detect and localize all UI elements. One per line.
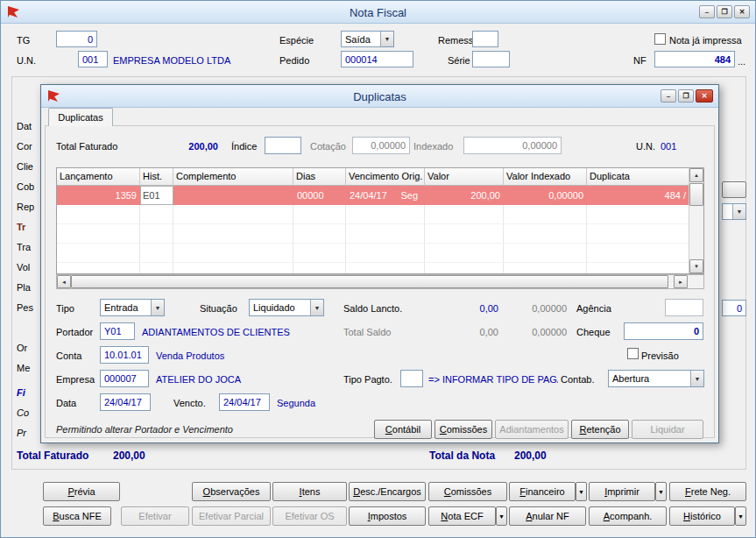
conta-field[interactable]: 10.01.01 [100,346,149,364]
minimize-icon[interactable]: – [661,89,676,103]
nota-ja-impressa-checkbox[interactable] [654,33,666,45]
close-icon[interactable]: ✕ [696,89,713,103]
horizontal-scrollbar[interactable]: ◄ ► [56,274,704,289]
contabil-button[interactable]: Contábil [374,420,432,439]
col-vencimento-orig[interactable]: Vencimento Orig. [346,168,425,186]
previsao-checkbox[interactable] [627,348,639,359]
maximize-icon[interactable]: ❐ [678,89,694,103]
cell-hist-editing[interactable]: E01 [140,186,173,205]
agencia-field[interactable] [665,299,703,316]
vencto-field[interactable]: 24/04/17 [219,393,270,411]
partial-combo-sliver[interactable]: ▼ [722,203,746,220]
scroll-right-icon[interactable]: ► [674,275,688,288]
nota-ecf-dropdown-icon[interactable]: ▼ [496,506,507,526]
imprimir-dropdown-icon[interactable]: ▼ [655,482,667,501]
col-complemento[interactable]: Complemento [173,168,293,186]
chevron-down-icon[interactable]: ▼ [732,204,745,219]
nota-fiscal-window: Nota Fiscal – ❐ ✕ TG 0 Espécie Saída ▼ R… [0,0,756,538]
situacao-label: Situação [200,303,237,315]
serie-field[interactable] [472,51,510,67]
partial-field-sliver[interactable]: 0 [722,300,746,316]
indice-field[interactable] [265,137,301,154]
nf-field[interactable]: 484 [654,51,735,67]
indexado-label: Indexado [413,141,453,152]
anular-nf-button[interactable]: Anular NF [509,506,586,526]
pedido-field[interactable]: 000014 [341,51,413,67]
total-saldo-label: Total Saldo [343,327,391,338]
chevron-down-icon[interactable]: ▼ [151,300,164,315]
portador-field[interactable]: Y01 [100,322,135,340]
nf-label: NF [633,55,646,67]
impostos-button[interactable]: Impostos [349,506,426,526]
indexado-field: 0,00000 [463,137,562,154]
empresa-field[interactable]: 000007 [100,370,149,387]
vencto-weekday: Segunda [277,398,315,409]
duplicatas-dialog: Duplicatas – ❐ ✕ Duplicatas Total Fatura… [40,84,719,443]
un-field[interactable]: 001 [78,51,108,67]
partial-button-sliver[interactable] [722,181,746,198]
data-field[interactable]: 24/04/17 [100,393,151,411]
portador-label: Portador [56,327,93,338]
clipped-label-data: Dat [17,121,40,131]
acompanh-button[interactable]: Acompanh. [589,506,667,526]
scroll-down-icon[interactable]: ▼ [689,259,703,273]
chevron-down-icon[interactable]: ▼ [310,300,323,315]
clipped-label: Cor [17,141,40,152]
desc-encargos-button[interactable]: Desc./Encargos [349,482,426,501]
table-row-empty[interactable] [57,244,689,263]
scrollbar-thumb[interactable] [689,183,703,206]
table-row-empty[interactable] [57,263,689,274]
col-hist[interactable]: Hist. [140,168,173,186]
pedido-label: Pedido [279,55,309,67]
nota-ecf-button[interactable]: Nota ECF [428,506,496,526]
financeiro-button[interactable]: Financeiro [509,482,576,501]
retencao-button[interactable]: Retenção [571,420,629,439]
tipo-select[interactable]: Entrada ▼ [100,299,165,316]
minimize-icon[interactable]: – [699,5,715,18]
frete-neg-button[interactable]: Frete Neg. [669,482,746,501]
itens-button[interactable]: Itens [272,482,347,501]
tipo-pagto-field[interactable] [400,370,423,387]
col-valor-indexado[interactable]: Valor Indexado [504,168,587,186]
dlg-comissoes-button[interactable]: Comissões [435,420,492,439]
tipo-pagto-label: Tipo Pagto. [343,374,392,386]
table-row-empty[interactable] [57,224,689,244]
financeiro-dropdown-icon[interactable]: ▼ [576,482,587,501]
previa-button[interactable]: Prévia [43,482,120,501]
tab-duplicatas[interactable]: Duplicatas [48,108,113,126]
historico-button[interactable]: Histórico [669,506,735,526]
contab-select[interactable]: Abertura ▼ [608,370,704,387]
busca-nfe-button[interactable]: Busca NFE [43,506,111,526]
situacao-select[interactable]: Liquidado ▼ [249,299,324,316]
table-row-selected[interactable]: 1359 E01 00000 24/04/17 Seg 200,00 0,000… [57,186,689,205]
imprimir-button[interactable]: Imprimir [589,482,655,501]
tg-field[interactable]: 0 [56,31,97,47]
chevron-down-icon[interactable]: ▼ [690,371,703,386]
col-valor[interactable]: Valor [425,168,504,186]
clipped-label-peso: Pes [17,302,40,313]
historico-dropdown-icon[interactable]: ▼ [735,506,746,526]
especie-select[interactable]: Saída ▼ [341,31,394,47]
remessa-field[interactable] [472,31,498,47]
scroll-left-icon[interactable]: ◄ [57,275,71,288]
col-lancamento[interactable]: Lançamento [57,168,140,186]
observacoes-button[interactable]: Observações [192,482,271,501]
dialog-title: Duplicatas [41,90,718,103]
scrollbar-thumb[interactable] [71,275,668,288]
cheque-field[interactable]: 0 [624,322,703,340]
vertical-scrollbar[interactable]: ▲ ▼ [689,168,703,273]
liquidar-button: Liquidar [632,420,703,439]
nf-browse-button[interactable]: ... [738,56,745,67]
clipped-label-cliente: Clie [17,161,40,172]
col-dias[interactable]: Dias [293,168,346,186]
chevron-down-icon[interactable]: ▼ [380,32,393,46]
scroll-up-icon[interactable]: ▲ [689,168,703,182]
maximize-icon[interactable]: ❐ [717,5,732,18]
table-row-empty[interactable] [57,205,689,224]
comissoes-button[interactable]: Comissões [428,482,507,501]
vencto-label: Vencto. [173,398,206,409]
portador-name: ADIANTAMENTOS DE CLIENTES [142,327,290,338]
empresa-label: Empresa [56,374,95,386]
close-icon[interactable]: ✕ [734,5,750,18]
col-duplicata[interactable]: Duplicata [587,168,689,186]
